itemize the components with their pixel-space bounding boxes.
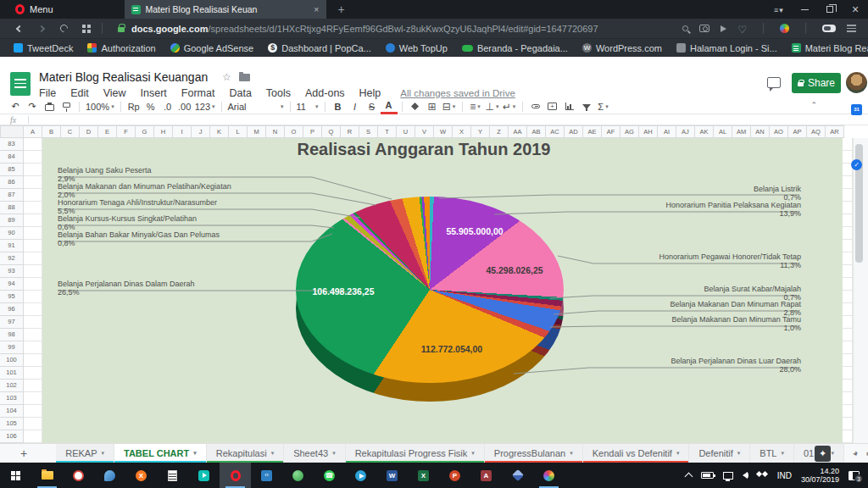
column-header-AM[interactable]: AM bbox=[732, 126, 751, 137]
insert-chart-icon[interactable] bbox=[561, 99, 578, 114]
column-header-AQ[interactable]: AQ bbox=[807, 126, 826, 137]
bookmark-item[interactable]: Authorization bbox=[87, 43, 155, 53]
column-header-V[interactable]: V bbox=[415, 126, 434, 137]
sheet-tab-rekapitulasi-progress-fisik[interactable]: Rekapitulasi Progress Fisik▾ bbox=[346, 444, 485, 463]
new-tab-button[interactable]: + bbox=[338, 3, 345, 16]
column-headers[interactable]: ABCDEFGHIJKLMNOPQRSTUVWXYZAAABACADAEAFAG… bbox=[24, 125, 844, 138]
column-header-A[interactable]: A bbox=[24, 126, 42, 137]
virtualbox[interactable] bbox=[502, 463, 533, 488]
row-header-96[interactable]: 96 bbox=[0, 303, 23, 316]
text-wrap-icon[interactable]: ↵▾ bbox=[501, 99, 518, 114]
column-header-B[interactable]: B bbox=[42, 126, 61, 137]
sheet-tab-rekap[interactable]: REKAP▾ bbox=[56, 444, 114, 463]
column-header-AJ[interactable]: AJ bbox=[676, 126, 695, 137]
fill-color-icon[interactable] bbox=[407, 99, 424, 114]
column-header-O[interactable]: O bbox=[285, 126, 303, 137]
sheet-tab-progressbulanan[interactable]: ProgressBulanan▾ bbox=[485, 444, 583, 463]
sheet-tab-menu-icon[interactable]: ▾ bbox=[332, 450, 336, 457]
row-header-99[interactable]: 99 bbox=[0, 341, 23, 354]
close-button[interactable] bbox=[843, 0, 868, 19]
row-header-88[interactable]: 88 bbox=[0, 202, 23, 214]
menu-help[interactable]: Help bbox=[359, 87, 381, 99]
page-settings-icon[interactable] bbox=[847, 25, 856, 32]
paint-format-icon[interactable] bbox=[58, 99, 75, 114]
file-explorer[interactable] bbox=[31, 463, 63, 488]
row-header-101[interactable]: 101 bbox=[0, 367, 23, 380]
insert-link-icon[interactable] bbox=[527, 99, 544, 114]
tasks-icon[interactable]: ✓ bbox=[851, 159, 862, 170]
sheet-tab-tabel-chart[interactable]: TABEL CHART▾ bbox=[114, 444, 207, 463]
embedded-pie-chart[interactable]: Realisasi Anggaran Tahun 2019 Belanja Ua… bbox=[42, 138, 843, 443]
share-button[interactable]: Share bbox=[792, 73, 841, 93]
bookmark-item[interactable]: Materi Blog Realisa... bbox=[792, 43, 868, 53]
column-header-E[interactable]: E bbox=[98, 126, 117, 137]
grid-cells-left[interactable] bbox=[24, 138, 42, 443]
column-header-C[interactable]: C bbox=[61, 126, 80, 137]
row-headers[interactable]: 8384858687888990919293949596979899100101… bbox=[0, 138, 24, 443]
column-header-AO[interactable]: AO bbox=[770, 126, 788, 137]
star-icon[interactable]: ☆ bbox=[222, 71, 231, 83]
row-header-86[interactable]: 86 bbox=[0, 176, 23, 189]
battery-icon[interactable] bbox=[701, 472, 714, 479]
column-header-H[interactable]: H bbox=[154, 126, 173, 137]
column-header-G[interactable]: G bbox=[136, 126, 154, 137]
menu-add-ons[interactable]: Add-ons bbox=[305, 87, 345, 99]
row-header-94[interactable]: 94 bbox=[0, 278, 23, 291]
column-header-U[interactable]: U bbox=[397, 126, 415, 137]
column-header-J[interactable]: J bbox=[192, 126, 210, 137]
secure-lock-icon[interactable] bbox=[118, 27, 125, 32]
document-title[interactable]: Materi Blog Realisasi Keuangan bbox=[39, 70, 208, 84]
row-header-98[interactable]: 98 bbox=[0, 329, 23, 341]
sheet-tab-menu-icon[interactable]: ▾ bbox=[471, 450, 475, 457]
text-color-button[interactable]: A bbox=[381, 99, 398, 114]
increase-decimals-button[interactable]: .00 bbox=[176, 99, 193, 114]
sheet-tab-menu-icon[interactable]: ▾ bbox=[271, 450, 275, 457]
strikethrough-button[interactable]: S bbox=[364, 99, 381, 114]
bookmark-item[interactable]: Halaman Login - Si... bbox=[676, 43, 777, 53]
avatar[interactable] bbox=[846, 72, 867, 93]
sheets-logo-icon[interactable] bbox=[10, 72, 31, 96]
sheet-tab-menu-icon[interactable]: ▾ bbox=[570, 450, 573, 457]
column-header-T[interactable]: T bbox=[378, 126, 397, 137]
text-document-app[interactable] bbox=[157, 463, 188, 488]
row-header-84[interactable]: 84 bbox=[0, 151, 23, 164]
redo-icon[interactable]: ↷ bbox=[24, 99, 41, 114]
row-header-87[interactable]: 87 bbox=[0, 189, 23, 202]
formula-bar[interactable]: fx bbox=[0, 114, 868, 125]
xampp[interactable] bbox=[125, 463, 157, 488]
column-header-L[interactable]: L bbox=[229, 126, 248, 137]
send-to-device-icon[interactable] bbox=[721, 25, 726, 32]
idm-extension-icon[interactable] bbox=[780, 24, 789, 33]
sheet-tab-menu-icon[interactable]: ▾ bbox=[781, 450, 784, 457]
language-indicator[interactable]: IND bbox=[777, 471, 792, 480]
network-icon[interactable] bbox=[723, 472, 733, 480]
smadav-antivirus[interactable] bbox=[282, 463, 314, 488]
functions-icon[interactable]: Σ▾ bbox=[595, 99, 612, 114]
back-button[interactable] bbox=[8, 19, 31, 38]
sheetbar-expand-icon[interactable]: › bbox=[854, 447, 858, 458]
forward-button[interactable] bbox=[31, 19, 53, 38]
column-header-AE[interactable]: AE bbox=[583, 126, 602, 137]
bookmark-item[interactable]: Web TopUp bbox=[386, 43, 448, 53]
row-header-92[interactable]: 92 bbox=[0, 252, 23, 265]
column-header-AL[interactable]: AL bbox=[714, 126, 732, 137]
word[interactable] bbox=[376, 463, 408, 488]
comment-history-icon[interactable] bbox=[767, 77, 781, 88]
insert-comment-icon[interactable] bbox=[544, 99, 561, 114]
blue-paint-app[interactable] bbox=[94, 463, 125, 488]
column-header-S[interactable]: S bbox=[359, 126, 378, 137]
menu-edit[interactable]: Edit bbox=[70, 87, 89, 99]
row-header-95[interactable]: 95 bbox=[0, 291, 23, 303]
search-icon[interactable] bbox=[682, 25, 688, 31]
sheet-tab-defenitif[interactable]: Defenitif▾ bbox=[689, 444, 750, 463]
column-header-AB[interactable]: AB bbox=[527, 126, 546, 137]
column-header-K[interactable]: K bbox=[210, 126, 229, 137]
row-header-105[interactable]: 105 bbox=[0, 418, 23, 430]
column-header-F[interactable]: F bbox=[117, 126, 136, 137]
undo-icon[interactable]: ↶ bbox=[7, 99, 24, 114]
access[interactable] bbox=[470, 463, 502, 488]
column-header-D[interactable]: D bbox=[80, 126, 98, 137]
column-header-R[interactable]: R bbox=[341, 126, 359, 137]
column-header-M[interactable]: M bbox=[248, 126, 266, 137]
column-header-AI[interactable]: AI bbox=[658, 126, 676, 137]
